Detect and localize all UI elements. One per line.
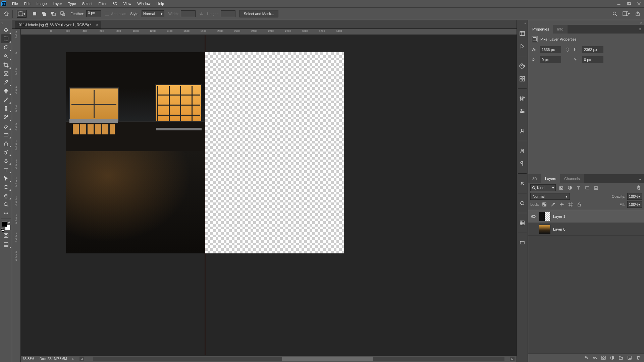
- scroll-right-icon[interactable]: ▸: [510, 357, 515, 361]
- menu-view[interactable]: View: [120, 0, 135, 7]
- filter-smart-icon[interactable]: [593, 184, 599, 191]
- expand-dock-icon[interactable]: «: [517, 21, 528, 25]
- dodge-tool[interactable]: [1, 148, 11, 156]
- adjustments-panel-icon[interactable]: [518, 94, 527, 103]
- new-layer-icon[interactable]: [627, 355, 632, 361]
- select-intersect-icon[interactable]: [59, 10, 66, 17]
- pen-tool[interactable]: [1, 157, 11, 165]
- layer-name[interactable]: Layer 1: [553, 215, 566, 219]
- lock-position-icon[interactable]: [558, 201, 565, 208]
- hand-tool[interactable]: [1, 192, 11, 200]
- workspace-switcher-icon[interactable]: ▾: [623, 10, 630, 17]
- frame-tool[interactable]: [1, 70, 11, 78]
- layer-fx-icon[interactable]: fx▾: [593, 356, 597, 360]
- tab-3d[interactable]: 3D: [528, 174, 541, 183]
- character-panel-icon[interactable]: [518, 146, 527, 155]
- filter-pixel-icon[interactable]: [558, 184, 565, 191]
- menu-type[interactable]: Type: [65, 0, 79, 7]
- add-mask-icon[interactable]: [601, 355, 606, 361]
- dock-collapse-icon[interactable]: »: [528, 20, 644, 25]
- lock-artboard-icon[interactable]: [567, 201, 574, 208]
- eyedropper-tool[interactable]: [1, 78, 11, 86]
- tab-properties[interactable]: Properties: [528, 25, 553, 34]
- zoom-tool[interactable]: [1, 200, 11, 208]
- swatches-panel-icon[interactable]: [518, 74, 527, 83]
- lock-transparency-icon[interactable]: [541, 201, 548, 208]
- filter-adjust-icon[interactable]: [567, 184, 573, 191]
- width-value[interactable]: 1636 px: [540, 46, 561, 53]
- layer-visibility-icon[interactable]: [530, 214, 536, 219]
- layer-thumbnail[interactable]: [539, 212, 550, 221]
- blend-mode-select[interactable]: Normal▾: [530, 193, 570, 200]
- color-swatches[interactable]: ⇄: [1, 221, 11, 231]
- actions-panel-icon[interactable]: [518, 42, 527, 51]
- link-layers-icon[interactable]: [584, 355, 589, 361]
- blur-tool[interactable]: [1, 139, 11, 147]
- quick-select-tool[interactable]: [1, 52, 11, 60]
- tab-layers[interactable]: Layers: [541, 174, 560, 183]
- screen-mode-icon[interactable]: [1, 240, 11, 248]
- style-select[interactable]: Normal▾: [142, 10, 164, 17]
- close-tab-icon[interactable]: ×: [96, 23, 98, 27]
- feather-input[interactable]: 0 px: [86, 10, 101, 17]
- home-button[interactable]: [3, 10, 13, 18]
- pattern-panel-icon[interactable]: [518, 219, 527, 227]
- stamp-tool[interactable]: [1, 105, 11, 113]
- new-group-icon[interactable]: [619, 355, 623, 361]
- menu-image[interactable]: Image: [34, 0, 50, 7]
- lock-paint-icon[interactable]: [550, 201, 556, 208]
- select-subtract-icon[interactable]: [50, 10, 57, 17]
- tool-presets-icon[interactable]: [518, 179, 527, 188]
- swap-colors-icon[interactable]: ⇄: [8, 221, 11, 224]
- window-minimize[interactable]: [614, 0, 624, 7]
- gradient-panel-icon[interactable]: [518, 238, 527, 247]
- healing-tool[interactable]: [1, 87, 11, 95]
- menu-layer[interactable]: Layer: [50, 0, 65, 7]
- crop-tool[interactable]: [1, 61, 11, 69]
- layer-name[interactable]: Layer 0: [553, 227, 566, 231]
- height-value[interactable]: 2362 px: [582, 46, 603, 53]
- select-new-icon[interactable]: [31, 10, 38, 17]
- share-icon[interactable]: [634, 10, 641, 17]
- opacity-value[interactable]: 100%▾: [627, 193, 642, 200]
- filter-shape-icon[interactable]: [584, 184, 591, 191]
- color-panel-icon[interactable]: [518, 62, 527, 70]
- paragraph-panel-icon[interactable]: [518, 159, 527, 168]
- eraser-tool[interactable]: [1, 122, 11, 130]
- properties-panel-menu-icon[interactable]: ≡: [637, 25, 644, 34]
- window-maximize[interactable]: [624, 0, 634, 7]
- layer-row[interactable]: Layer 0: [528, 223, 644, 236]
- menu-select[interactable]: Select: [79, 0, 96, 7]
- edit-toolbar[interactable]: [1, 209, 11, 217]
- filter-type-icon[interactable]: [575, 184, 582, 191]
- menu-help[interactable]: Help: [154, 0, 167, 7]
- select-and-mask-button[interactable]: Select and Mask...: [239, 10, 279, 17]
- shape-tool[interactable]: [1, 183, 11, 191]
- learn-panel-icon[interactable]: [518, 127, 527, 135]
- delete-layer-icon[interactable]: [636, 355, 641, 361]
- vertical-guide[interactable]: [205, 35, 205, 355]
- x-value[interactable]: 0 px: [540, 56, 561, 63]
- new-adjustment-icon[interactable]: [610, 355, 614, 361]
- menu-edit[interactable]: Edit: [21, 0, 34, 7]
- marquee-tool[interactable]: [1, 35, 11, 43]
- lock-all-icon[interactable]: [576, 201, 583, 208]
- tools-collapse-icon[interactable]: »: [0, 21, 3, 25]
- styles-panel-icon[interactable]: [518, 107, 527, 116]
- current-tool-icon[interactable]: ▾: [17, 10, 27, 18]
- window-close[interactable]: [634, 0, 644, 7]
- default-colors-icon[interactable]: [1, 228, 4, 231]
- lasso-tool[interactable]: [1, 44, 11, 52]
- history-brush-tool[interactable]: [1, 113, 11, 121]
- menu-filter[interactable]: Filter: [95, 0, 109, 7]
- layer-thumbnail[interactable]: [539, 225, 550, 234]
- document-tab[interactable]: 011-Uebele.jpg @ 33.3% (Layer 1, RGB/8) …: [15, 21, 101, 28]
- quick-mask-icon[interactable]: [1, 232, 11, 240]
- layer-row[interactable]: Layer 1: [528, 210, 644, 223]
- scroll-left-icon[interactable]: ◂: [79, 357, 84, 361]
- gradient-tool[interactable]: [1, 131, 11, 139]
- filter-toggle-icon[interactable]: [635, 184, 642, 191]
- link-wh-icon[interactable]: [564, 47, 571, 52]
- layers-panel-menu-icon[interactable]: ≡: [637, 174, 644, 183]
- fill-value[interactable]: 100%▾: [627, 201, 642, 208]
